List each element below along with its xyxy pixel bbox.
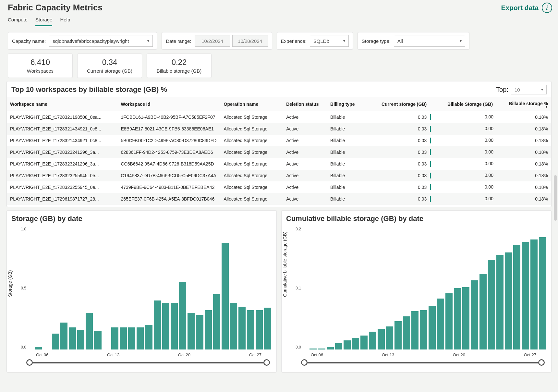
bar[interactable] bbox=[120, 327, 127, 349]
bar[interactable] bbox=[335, 343, 342, 349]
cumulative-billable-chart[interactable]: Cumulative billable storage (GB) by date… bbox=[281, 210, 552, 373]
table-row[interactable]: PLAYWRIGHT_E2E_t1728323255945_0e...4739F… bbox=[7, 181, 551, 193]
table-row[interactable]: PLAYWRIGHT_E2E_t1728323255945_0e...C194F… bbox=[7, 170, 551, 181]
bar[interactable] bbox=[318, 349, 325, 349]
bar[interactable] bbox=[479, 274, 487, 349]
bar[interactable] bbox=[513, 245, 520, 349]
table-row[interactable]: PLAYWRIGHT_E2E_t1728321434921_0c8...5B0C… bbox=[7, 135, 551, 146]
bar[interactable] bbox=[179, 282, 186, 349]
capacity-select[interactable]: sqldbnativefabriccapacityplaywright ▾ bbox=[49, 35, 153, 47]
date-range-slider[interactable] bbox=[30, 359, 267, 366]
export-data-link[interactable]: Export data bbox=[501, 4, 539, 12]
bar[interactable] bbox=[205, 310, 212, 349]
bar[interactable] bbox=[86, 313, 93, 349]
cell-billgb: 0.00 bbox=[430, 193, 496, 205]
bar[interactable] bbox=[394, 321, 402, 349]
bar[interactable] bbox=[247, 310, 254, 349]
bar[interactable] bbox=[369, 332, 376, 349]
scrollbar[interactable] bbox=[554, 175, 557, 221]
bar[interactable] bbox=[429, 306, 436, 349]
bar[interactable] bbox=[471, 280, 478, 349]
table-row[interactable]: PLAYWRIGHT_E2E_t1728323241296_3a...62836… bbox=[7, 146, 551, 158]
bar[interactable] bbox=[360, 336, 368, 349]
bar[interactable] bbox=[411, 311, 418, 349]
bar[interactable] bbox=[522, 242, 529, 349]
bar[interactable] bbox=[238, 307, 246, 349]
col-header[interactable]: Current storage (GB) bbox=[371, 97, 430, 111]
chevron-down-icon: ▾ bbox=[343, 39, 345, 43]
col-header[interactable]: Billable storage %▼ bbox=[496, 97, 551, 111]
col-header[interactable]: Workspace name bbox=[7, 97, 117, 111]
bar[interactable] bbox=[445, 293, 453, 349]
col-header[interactable]: Deletion status bbox=[283, 97, 327, 111]
col-header[interactable]: Billing type bbox=[327, 97, 371, 111]
bar[interactable] bbox=[154, 300, 161, 349]
cell-curr: 0.03 bbox=[371, 111, 430, 123]
bar[interactable] bbox=[69, 327, 76, 349]
bar[interactable] bbox=[230, 303, 237, 349]
bar[interactable] bbox=[196, 315, 203, 349]
cell-billgb: 0.00 bbox=[430, 170, 496, 181]
bar[interactable] bbox=[344, 340, 351, 349]
bar[interactable] bbox=[77, 330, 84, 349]
date-start-input[interactable]: 10/2/2024 bbox=[195, 35, 230, 47]
cell-name: PLAYWRIGHT_E2E_t1728323255945_0e... bbox=[7, 181, 117, 193]
page-title: Fabric Capacity Metrics bbox=[8, 3, 103, 13]
top-n-select[interactable]: 10 ▾ bbox=[511, 85, 547, 94]
bar[interactable] bbox=[213, 294, 220, 349]
cell-curr: 0.03 bbox=[371, 135, 430, 146]
bar[interactable] bbox=[60, 323, 67, 349]
bar[interactable] bbox=[94, 331, 101, 349]
slider-handle-left[interactable] bbox=[26, 359, 33, 366]
table-row[interactable]: PLAYWRIGHT_E2E_t1728323241296_3a...CC6B6… bbox=[7, 158, 551, 170]
col-header[interactable]: Operation name bbox=[221, 97, 283, 111]
table-row[interactable]: PLAYWRIGHT_E2E_t1728321198508_0ea...1FCB… bbox=[7, 111, 551, 123]
table-row[interactable]: PLAYWRIGHT_E2E_t1729619871727_28...265EF… bbox=[7, 193, 551, 205]
tab-help[interactable]: Help bbox=[60, 15, 70, 26]
col-header[interactable]: Billable Storage (GB) bbox=[430, 97, 496, 111]
bar[interactable] bbox=[309, 349, 317, 349]
col-header[interactable]: Workspace Id bbox=[117, 97, 220, 111]
bar[interactable] bbox=[386, 326, 393, 349]
bar[interactable] bbox=[35, 347, 42, 349]
bar[interactable] bbox=[539, 237, 546, 350]
bar[interactable] bbox=[352, 338, 359, 349]
experience-select[interactable]: SQLDb ▾ bbox=[310, 35, 349, 47]
bar[interactable] bbox=[222, 243, 229, 349]
bar[interactable] bbox=[488, 260, 495, 349]
info-icon[interactable]: i bbox=[542, 3, 552, 13]
bar[interactable] bbox=[327, 347, 334, 349]
bar[interactable] bbox=[505, 252, 512, 349]
bar[interactable] bbox=[530, 239, 538, 349]
storage-by-date-chart[interactable]: Storage (GB) by dateStorage (GB)1.00.50.… bbox=[6, 210, 277, 373]
bar[interactable] bbox=[137, 327, 144, 349]
bar[interactable] bbox=[256, 310, 263, 349]
bar[interactable] bbox=[162, 303, 169, 349]
bar[interactable] bbox=[264, 308, 271, 349]
cell-id: 628361FF-94D2-4253-8759-73E3DEA8AED6 bbox=[117, 146, 220, 158]
date-range-slider[interactable] bbox=[304, 359, 541, 366]
tab-storage[interactable]: Storage bbox=[35, 15, 53, 26]
bar[interactable] bbox=[128, 327, 135, 349]
bar[interactable] bbox=[420, 310, 427, 349]
bar[interactable] bbox=[496, 255, 503, 349]
bar[interactable] bbox=[171, 303, 178, 349]
date-end-input[interactable]: 10/28/2024 bbox=[232, 35, 268, 47]
bar[interactable] bbox=[454, 288, 461, 349]
slider-handle-right[interactable] bbox=[538, 359, 545, 366]
tab-compute[interactable]: Compute bbox=[8, 15, 28, 26]
slider-handle-left[interactable] bbox=[301, 359, 308, 366]
bar[interactable] bbox=[52, 334, 59, 349]
bar[interactable] bbox=[111, 327, 118, 349]
bar[interactable] bbox=[378, 329, 385, 349]
bar[interactable] bbox=[188, 313, 195, 349]
storage-type-select[interactable]: All ▾ bbox=[394, 35, 465, 47]
table-row[interactable]: PLAYWRIGHT_E2E_t1728321434921_0c8...E8B9… bbox=[7, 123, 551, 135]
bar[interactable] bbox=[437, 299, 444, 350]
cell-curr: 0.03 bbox=[371, 181, 430, 193]
bar[interactable] bbox=[403, 316, 410, 349]
slider-handle-right[interactable] bbox=[263, 359, 270, 366]
bar[interactable] bbox=[145, 325, 152, 349]
cell-name: PLAYWRIGHT_E2E_t1728323241296_3a... bbox=[7, 158, 117, 170]
bar[interactable] bbox=[462, 287, 469, 349]
